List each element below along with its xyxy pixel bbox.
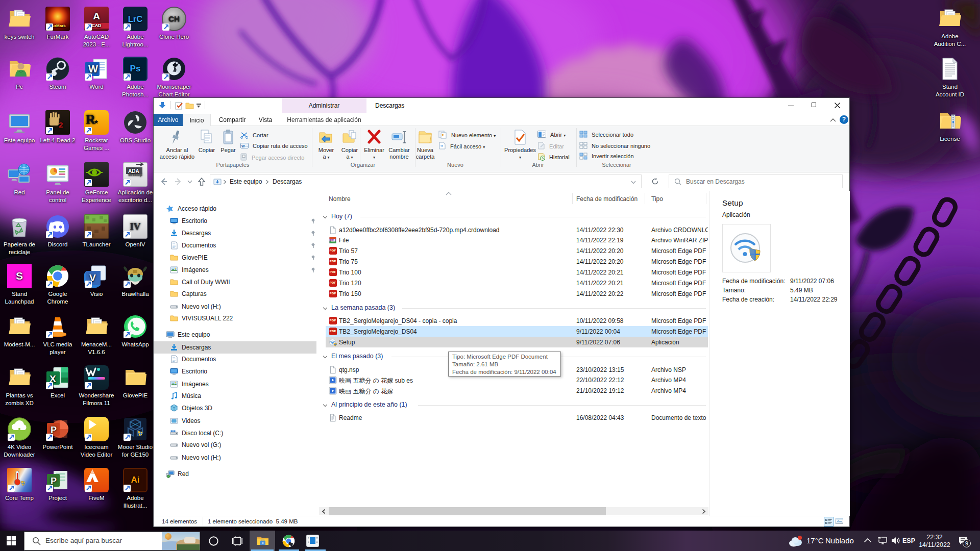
svg-text:2: 2: [59, 120, 63, 129]
svg-text:ADA: ADA: [128, 168, 139, 174]
svg-text:W: W: [331, 238, 334, 241]
svg-text:W: W: [241, 144, 245, 148]
svg-text:R: R: [86, 112, 95, 127]
svg-text:W: W: [88, 63, 98, 74]
